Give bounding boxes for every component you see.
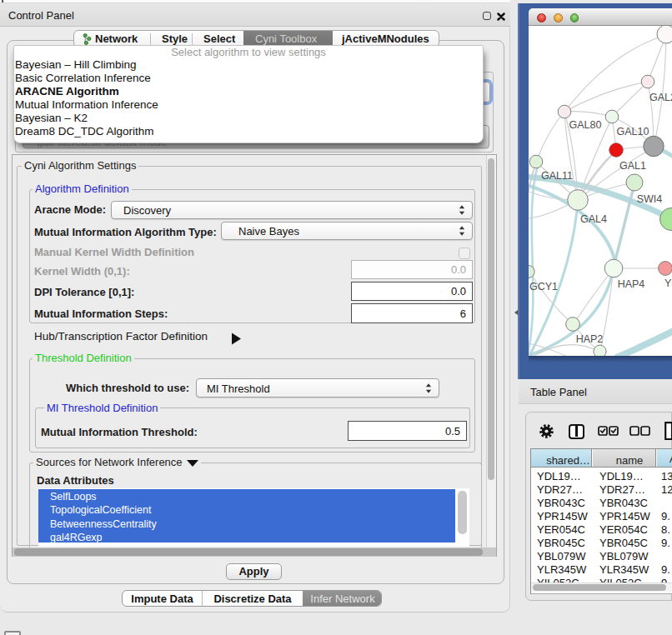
svg-text:YMR0: YMR0 (664, 278, 672, 289)
svg-text:GAL80: GAL80 (569, 119, 602, 131)
svg-text:GAL2: GAL2 (649, 92, 672, 103)
svg-text:GAL1: GAL1 (619, 160, 646, 172)
svg-text:HAP4: HAP4 (618, 278, 645, 290)
svg-text:GCY1: GCY1 (529, 281, 558, 292)
svg-text:HAP2: HAP2 (576, 333, 604, 345)
svg-text:GAL10: GAL10 (617, 126, 649, 138)
svg-text:SWI4: SWI4 (637, 193, 663, 205)
svg-text:GAL11: GAL11 (541, 170, 573, 182)
svg-text:GAL4: GAL4 (580, 213, 607, 225)
